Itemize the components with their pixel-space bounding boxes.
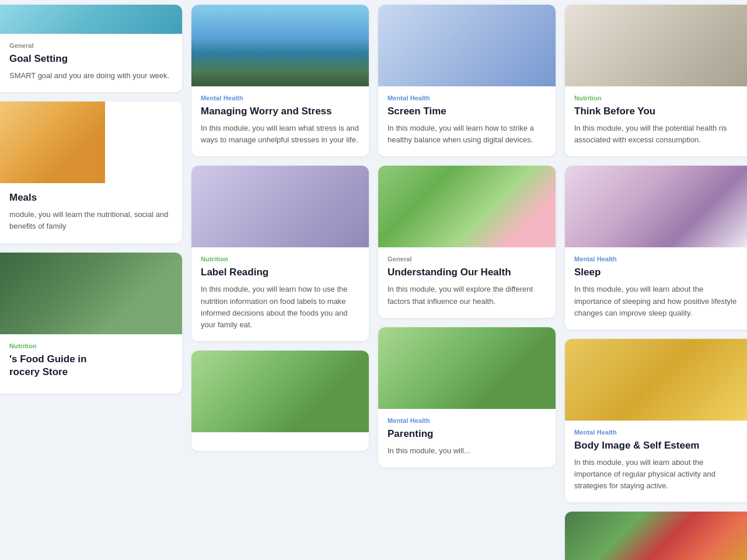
card-title: Goal Setting <box>9 52 173 65</box>
card-think-before[interactable]: Nutrition Think Before You In this modul… <box>565 5 747 156</box>
card-managing-worry[interactable]: Mental Health Managing Worry and Stress … <box>191 5 369 156</box>
card-screen-time[interactable]: Mental Health Screen Time In this module… <box>378 5 556 156</box>
card-desc: In this module, you will learn what stre… <box>201 123 359 146</box>
card-category: General <box>388 256 546 262</box>
card-image <box>565 339 747 421</box>
card-category: Mental Health <box>574 256 738 262</box>
card-image <box>191 5 369 86</box>
card-title: Sleep <box>574 266 738 279</box>
card-category: Mental Health <box>574 429 738 436</box>
card-desc: In this module, you will... <box>388 445 546 457</box>
card-image <box>565 512 747 560</box>
card-image <box>565 166 747 247</box>
card-image <box>378 327 556 409</box>
card-desc: module, you will learn the nutritional, … <box>9 209 173 232</box>
card-title: Think Before You <box>574 105 738 118</box>
card-category: Nutrition <box>201 256 359 262</box>
card-image <box>191 351 369 432</box>
card-family-meals[interactable]: Meals module, you will learn the nutriti… <box>0 102 182 243</box>
card-title: Parenting <box>388 428 546 440</box>
card-desc: SMART goal and you are doing with your w… <box>9 70 173 82</box>
card-parenting[interactable]: Mental Health Parenting In this module, … <box>378 327 556 467</box>
card-understanding-health[interactable]: General Understanding Our Health In this… <box>378 166 556 317</box>
card-body-image[interactable]: Mental Health Body Image & Self Esteem I… <box>565 339 747 503</box>
card-category: Mental Health <box>388 417 546 424</box>
card-goal-setting[interactable]: General Goal Setting SMART goal and you … <box>0 5 182 92</box>
card-desc: In this module, you will learn about the… <box>574 457 738 492</box>
card-title: 's Food Guide inrocery Store <box>9 353 173 379</box>
card-parenting-col1[interactable] <box>191 351 369 451</box>
card-title: Label Reading <box>201 266 359 279</box>
card-image <box>378 166 556 247</box>
column-3: Nutrition Think Before You In this modul… <box>560 0 747 560</box>
card-food-guide[interactable]: Nutrition 's Food Guide inrocery Store <box>0 253 182 394</box>
card-category: General <box>9 42 173 49</box>
column-1: Mental Health Managing Worry and Stress … <box>187 0 374 560</box>
card-image <box>191 166 369 247</box>
card-label-reading[interactable]: Nutrition Label Reading In this module, … <box>191 166 369 341</box>
card-image <box>378 5 556 86</box>
card-desc: In this module, you will explore the dif… <box>388 284 546 307</box>
card-image <box>565 5 747 86</box>
card-title: Managing Worry and Stress <box>201 105 359 118</box>
card-category: Nutrition <box>574 94 738 102</box>
card-meal-planning[interactable]: Nutrition Meal Planning In this module, … <box>565 512 747 560</box>
card-desc: In this module, you will learn how to us… <box>201 284 359 331</box>
card-category: Mental Health <box>388 94 546 102</box>
card-title: Meals <box>9 191 173 204</box>
card-desc: In this module, you will the potential h… <box>574 123 738 146</box>
card-title: Body Image & Self Esteem <box>574 439 738 452</box>
card-desc: In this module, you will learn how to st… <box>388 123 546 146</box>
card-title: Screen Time <box>388 105 546 118</box>
card-desc: In this module, you will learn about the… <box>574 284 738 318</box>
card-sleep[interactable]: Mental Health Sleep In this module, you … <box>565 166 747 330</box>
column-2: Mental Health Screen Time In this module… <box>374 0 560 560</box>
card-title: Understanding Our Health <box>388 266 546 279</box>
card-category: Mental Health <box>201 94 359 102</box>
card-category: Nutrition <box>9 342 173 349</box>
